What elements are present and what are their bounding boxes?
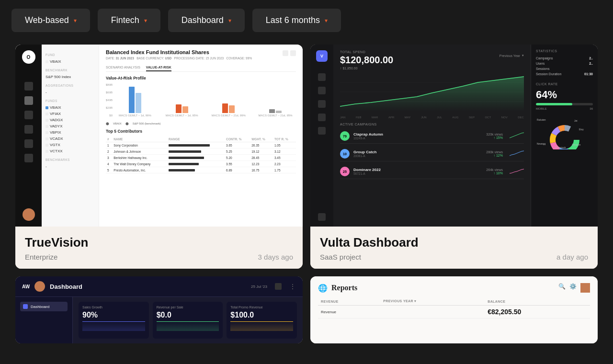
card-truevision[interactable]: O FUND VBAIX xyxy=(15,45,303,269)
vd-sidebar: V xyxy=(310,45,333,227)
reports-balance: €82,205.50 xyxy=(485,306,590,318)
reports-actions: 🔍 ⚙️ xyxy=(558,283,590,293)
vd-stat-users: Users2.. xyxy=(536,61,593,66)
globe-icon: 🌐 xyxy=(318,284,328,293)
tv-table-row: 2 Johnson & Johnson 5.25 19.12 3.12 xyxy=(106,148,296,155)
vulta-subtitle: SaaS project xyxy=(320,253,361,261)
filter-last-6-months[interactable]: Last 6 months ▾ xyxy=(252,9,341,32)
reports-revenue-label: Revenue xyxy=(318,306,380,318)
card-vulta[interactable]: V TOTAL SPEND xyxy=(310,45,598,269)
aw-date: 25 Jul '23 xyxy=(251,284,267,289)
aw-logo: AW xyxy=(22,284,30,289)
vd-icon-bottom xyxy=(318,213,326,221)
aw-calendar-icon xyxy=(275,283,282,290)
vd-period-arrow: ▾ xyxy=(522,54,524,57)
aw-header: AW Dashboard 25 Jul '23 ⋮ xyxy=(15,276,303,297)
tv-content: Balanced Index Fund Institutional Shares… xyxy=(99,45,303,227)
truevision-time: 3 days ago xyxy=(258,253,293,261)
vd-campaigns-list: 79 Claprap Autumn 10249-A 320k views ↑ 1… xyxy=(340,129,524,179)
vd-campaigns-label: ACTIVE CAMPAIGNS xyxy=(340,123,524,126)
vd-logo: V xyxy=(316,50,328,62)
vd-chart-labels: JANFEBMARAPRMAYJUN JULAUGSEPOCTNOVDEC xyxy=(340,116,524,119)
filter-dashboard-label: Dashboard xyxy=(182,15,224,25)
tv-bar-chart: MACS GEMLT – 1d, 99% MACS xyxy=(114,83,296,117)
tv-table-row: 5 Presto Automation, Inc. 6.89 16.75 1.7… xyxy=(106,167,296,173)
filter-web-based-arrow: ▾ xyxy=(74,17,77,24)
vd-campaign-3: 25 Dominare 2022 56721-A 264k views ↑ 10… xyxy=(340,164,524,179)
tv-fund-name: Balanced Index Fund Institutional Shares xyxy=(106,49,252,55)
aw-stat-revenue-per-sale: Revenue per Sale $0.0 xyxy=(153,302,223,339)
vd-stat-campaigns: Campaigns2.. xyxy=(536,56,593,61)
tv-nav-icon-3 xyxy=(24,111,33,119)
vulta-time: a day ago xyxy=(556,253,588,261)
tv-meta: DATE: 31 JUN 2023 BASE CURRENCY: USD PRO… xyxy=(106,57,252,60)
vd-stat-title: STATISTICS xyxy=(536,49,593,53)
tv-table-row: 4 The Walt Disney Company 3.55 12.23 2.2… xyxy=(106,161,296,167)
filter-fintech[interactable]: Fintech ▾ xyxy=(98,9,160,32)
tv-nav-icon-5 xyxy=(24,139,33,148)
vd-icon-2 xyxy=(318,87,326,94)
vd-statistics: STATISTICS Campaigns2.. Users2.. Session… xyxy=(536,49,593,77)
vd-icon-5 xyxy=(318,127,326,135)
truevision-subtitle: Enterprize xyxy=(25,253,57,261)
vd-progress-bar xyxy=(536,103,593,105)
aw-stat-promo-revenue: Total Promo Revenue $100.0 xyxy=(227,302,297,339)
vd-period: Previous Year xyxy=(499,54,520,57)
aw-mini-chart-3 xyxy=(230,321,293,331)
svg-text:Amazon: Amazon xyxy=(572,143,581,146)
aw-nav-dashboard[interactable]: Dashboard xyxy=(20,302,68,311)
filter-web-based[interactable]: Web-based ▾ xyxy=(11,9,90,32)
vd-campaign-2: 10 Group Catch 20081-A 280k views ↑ 12% xyxy=(340,147,524,161)
vd-donut-section: Rakuten Jet Etsy Newegg Amazon Overstock xyxy=(536,116,593,150)
svg-text:Etsy: Etsy xyxy=(579,128,584,131)
reports-table: REVENUE PREVIOUS YEAR ▾ BALANCE Revenue … xyxy=(318,297,590,318)
vulta-title: Vulta Dashboard xyxy=(320,235,588,250)
vd-icon-1 xyxy=(318,73,326,81)
truevision-meta: Enterprize 3 days ago xyxy=(25,253,293,261)
vd-click-rate-section: CLICK RATE 64% MOBILE36 xyxy=(536,82,593,110)
tv-contributors-table: # NAME RANGE CONTR. % WGHT. % TOT R. % xyxy=(106,136,296,173)
tv-tab-var[interactable]: VALUE-AT-RISK xyxy=(146,66,171,71)
reports-screen: 🌐 Reports 🔍 ⚙️ REVENUE PREVIOUS YEAR ▾ xyxy=(310,276,598,343)
filter-web-based-label: Web-based xyxy=(25,15,69,25)
svg-text:Rakuten: Rakuten xyxy=(537,118,546,121)
filter-bar: Web-based ▾ Fintech ▾ Dashboard ▾ Last 6… xyxy=(0,0,613,41)
vulta-meta: SaaS project a day ago xyxy=(320,253,588,261)
search-icon[interactable]: 🔍 xyxy=(558,283,566,293)
tv-var-title: Value-At-Risk Profile xyxy=(106,76,296,80)
truevision-title: TrueVision xyxy=(25,235,293,250)
tv-table-row: 1 Sony Corporation 3.65 26.35 1.05 xyxy=(106,142,296,148)
aw-avatar xyxy=(34,281,45,292)
aw-stats-grid: Sales Growth 90% Revenue per Sale $0.0 T… xyxy=(73,297,303,343)
card-aw[interactable]: AW Dashboard 25 Jul '23 ⋮ Dashboard xyxy=(15,276,303,343)
filter-last-6-months-label: Last 6 months xyxy=(266,15,320,25)
aw-more-icon: ⋮ xyxy=(289,283,296,290)
vd-spend-sub: ↑ $1,850.00 xyxy=(340,67,393,70)
reports-table-row: Revenue €82,205.50 xyxy=(318,306,590,318)
vulta-screenshot: V TOTAL SPEND xyxy=(310,45,598,227)
settings-icon[interactable]: ⚙️ xyxy=(569,283,577,293)
vd-campaign-1: 79 Claprap Autumn 10249-A 320k views ↑ 1… xyxy=(340,129,524,144)
vd-icon-3 xyxy=(318,100,326,108)
tv-tab-scenario[interactable]: SCENARIO ANALYSIS xyxy=(106,66,140,71)
aw-mini-chart-2 xyxy=(157,321,219,331)
tv-contributors-title: Top 5 Contributors xyxy=(106,129,296,134)
truevision-screenshot: O FUND VBAIX xyxy=(15,45,303,227)
filter-dashboard-arrow: ▾ xyxy=(228,17,231,24)
vd-spend-amount: $120,800.00 xyxy=(340,55,393,66)
aw-screenshot: AW Dashboard 25 Jul '23 ⋮ Dashboard xyxy=(15,276,303,343)
aw-mini-chart-1 xyxy=(82,321,145,331)
aw-stat-sales-growth: Sales Growth 90% xyxy=(79,302,149,339)
tv-logo: O xyxy=(22,50,35,64)
filter-dashboard[interactable]: Dashboard ▾ xyxy=(168,9,245,32)
vd-right-panel: STATISTICS Campaigns2.. Users2.. Session… xyxy=(531,45,598,227)
card-reports[interactable]: 🌐 Reports 🔍 ⚙️ REVENUE PREVIOUS YEAR ▾ xyxy=(310,276,598,343)
truevision-card-info: TrueVision Enterprize 3 days ago xyxy=(15,227,303,269)
svg-text:Overstock: Overstock xyxy=(555,146,566,149)
filter-fintech-arrow: ▾ xyxy=(144,17,147,24)
reports-header: 🌐 Reports 🔍 ⚙️ xyxy=(318,283,590,293)
vulta-card-info: Vulta Dashboard SaaS project a day ago xyxy=(310,227,598,269)
vd-click-rate-label: CLICK RATE xyxy=(536,82,593,86)
filter-last-6-months-arrow: ▾ xyxy=(325,17,328,24)
tv-sidebar: O xyxy=(15,45,42,227)
